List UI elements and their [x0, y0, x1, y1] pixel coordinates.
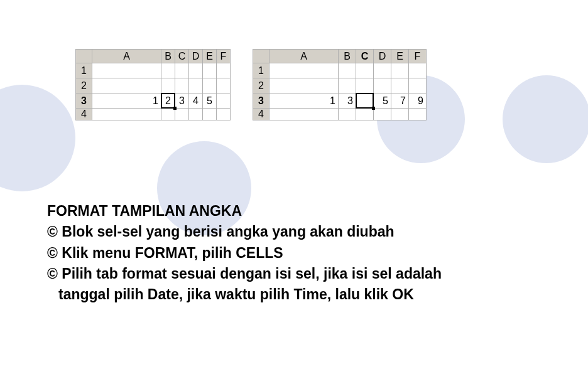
step-3: Pilih tab format sesuai dengan isi sel, …	[47, 264, 442, 284]
cell	[339, 109, 356, 120]
col-header-c: C	[175, 50, 189, 63]
cell	[409, 63, 427, 78]
cell	[391, 78, 409, 93]
cell	[217, 63, 231, 78]
cell-b3: 3	[339, 93, 356, 109]
step-3-cont: tanggal pilih Date, jika waktu pilih Tim…	[47, 284, 442, 305]
cell-d3: 4	[189, 93, 203, 109]
cell	[270, 63, 339, 78]
cell	[189, 63, 203, 78]
decorative-circle	[0, 85, 75, 191]
cell	[374, 63, 391, 78]
selected-cell-b3: 2	[161, 93, 175, 109]
row-header: 4	[76, 109, 92, 120]
cell	[189, 109, 203, 120]
cell	[203, 63, 217, 78]
row-header: 2	[253, 78, 270, 93]
cell-d3: 7	[391, 93, 409, 109]
spreadsheet-left: A B C D E F 1 2 3 1 2	[75, 49, 231, 120]
col-header-a: A	[270, 50, 339, 63]
col-header-e: E	[203, 50, 217, 63]
spreadsheet-right: A B C D E F 1 2 3 1 3	[253, 49, 427, 120]
cell	[92, 63, 161, 78]
step-1: Blok sel-sel yang berisi angka yang akan…	[47, 221, 442, 242]
cell	[175, 63, 189, 78]
cell	[374, 109, 391, 120]
corner-cell	[76, 50, 92, 63]
corner-cell	[253, 50, 270, 63]
row-header: 1	[76, 63, 92, 78]
cell	[217, 109, 231, 120]
cell	[409, 109, 427, 120]
col-header-d: D	[189, 50, 203, 63]
cell-a3: 1	[92, 93, 161, 109]
selected-cell-c3	[356, 93, 374, 109]
cell-e3: 9	[409, 93, 427, 109]
cell	[339, 63, 356, 78]
row-header: 1	[253, 63, 270, 78]
cell-e3: 5	[203, 93, 217, 109]
decorative-circle	[503, 75, 588, 163]
row-header: 2	[76, 78, 92, 93]
cell	[391, 109, 409, 120]
col-header-d: D	[374, 50, 391, 63]
row-header: 3	[253, 93, 270, 109]
cell	[356, 109, 374, 120]
cell	[374, 78, 391, 93]
col-header-a: A	[92, 50, 161, 63]
col-header-e: E	[391, 50, 409, 63]
cell	[92, 109, 161, 120]
cell	[161, 63, 175, 78]
spreadsheet-illustrations: A B C D E F 1 2 3 1 2	[75, 49, 427, 120]
cell	[203, 78, 217, 93]
cell	[217, 93, 231, 109]
instructions-text: FORMAT TAMPILAN ANGKA Blok sel-sel yang …	[47, 201, 442, 306]
row-header: 3	[76, 93, 92, 109]
cell	[409, 78, 427, 93]
cell	[189, 78, 203, 93]
col-header-f: F	[409, 50, 427, 63]
cell	[356, 63, 374, 78]
cell	[175, 78, 189, 93]
cell	[217, 78, 231, 93]
cell	[391, 63, 409, 78]
cell	[270, 109, 339, 120]
col-header-c: C	[356, 50, 374, 63]
cell	[161, 78, 175, 93]
cell-c3: 3	[175, 93, 189, 109]
cell-c3: 5	[374, 93, 391, 109]
cell	[203, 109, 217, 120]
col-header-f: F	[217, 50, 231, 63]
cell	[92, 78, 161, 93]
cell	[270, 78, 339, 93]
cell	[175, 109, 189, 120]
row-header: 4	[253, 109, 270, 120]
cell	[356, 78, 374, 93]
col-header-b: B	[339, 50, 356, 63]
cell	[339, 78, 356, 93]
col-header-b: B	[161, 50, 175, 63]
step-2: Klik menu FORMAT, pilih CELLS	[47, 243, 442, 264]
title: FORMAT TAMPILAN ANGKA	[47, 201, 442, 221]
cell	[161, 109, 175, 120]
cell-a3: 1	[270, 93, 339, 109]
